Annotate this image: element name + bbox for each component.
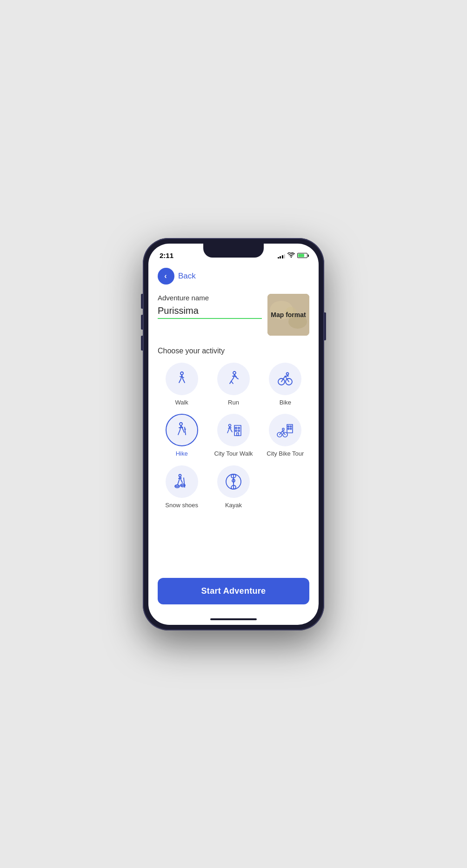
home-indicator (148, 614, 319, 625)
svg-point-0 (291, 256, 292, 257)
main-content: ‹ Back Adventure name Purissima (148, 264, 319, 614)
volume-down-button[interactable] (141, 336, 143, 351)
volume-up-button[interactable] (141, 315, 143, 330)
activity-circle-run (217, 363, 250, 395)
svg-rect-20 (290, 426, 292, 427)
back-label[interactable]: Back (178, 272, 196, 281)
activity-item-walk[interactable]: Walk (158, 363, 206, 407)
activity-circle-hike (166, 414, 198, 446)
volume-mute-button[interactable] (141, 294, 143, 309)
svg-rect-16 (237, 433, 239, 436)
activity-circle-city-bike-tour (269, 414, 301, 446)
svg-point-10 (180, 423, 182, 425)
activity-circle-city-tour-walk (217, 414, 250, 446)
svg-rect-15 (238, 430, 240, 431)
svg-rect-22 (290, 428, 292, 430)
activity-grid: Walk Run (158, 363, 309, 510)
back-row: ‹ Back (158, 268, 309, 285)
activity-circle-snow-shoes (166, 465, 198, 498)
phone-frame: 2:11 (143, 238, 324, 630)
home-bar (210, 618, 257, 620)
svg-rect-21 (288, 428, 289, 430)
svg-line-31 (184, 478, 185, 487)
form-row: Adventure name Purissima Map format (158, 294, 309, 336)
map-format-label[interactable]: Map format (271, 311, 306, 318)
name-input-wrapper: Purissima (158, 305, 262, 319)
chevron-left-icon: ‹ (164, 272, 167, 280)
activity-label-run: Run (228, 399, 239, 407)
activity-item-kayak[interactable]: Kayak (209, 465, 257, 510)
status-time: 2:11 (160, 252, 173, 259)
activity-circle-bike (269, 363, 301, 395)
wifi-icon (287, 252, 295, 259)
activity-item-run[interactable]: Run (209, 363, 257, 407)
adventure-name-label: Adventure name (158, 294, 262, 302)
svg-point-5 (180, 372, 183, 375)
activity-label-snow-shoes: Snow shoes (165, 502, 198, 510)
activity-item-city-tour-walk[interactable]: City Tour Walk (209, 414, 257, 458)
name-section: Adventure name Purissima (158, 294, 262, 319)
adventure-name-input[interactable]: Purissima (158, 305, 262, 316)
activity-item-hike[interactable]: Hike (158, 414, 206, 458)
power-button[interactable] (324, 312, 326, 340)
activity-label-walk: Walk (175, 399, 188, 407)
activity-label-hike: Hike (176, 450, 188, 458)
activity-item-city-bike-tour[interactable]: City Bike Tour (261, 414, 309, 458)
start-btn-wrapper: Start Adventure (158, 569, 309, 604)
activity-circle-kayak (217, 465, 250, 498)
map-format-thumbnail[interactable]: Map format (267, 294, 309, 336)
svg-point-25 (282, 428, 284, 430)
svg-rect-12 (235, 427, 237, 429)
signal-icon (278, 253, 286, 258)
phone-screen: 2:11 (148, 244, 319, 625)
battery-fill (298, 254, 304, 257)
back-button[interactable]: ‹ (158, 268, 174, 285)
activity-label-city-tour-walk: City Tour Walk (214, 450, 253, 458)
notch (203, 244, 264, 258)
battery-icon (297, 253, 307, 258)
status-icons (278, 252, 308, 259)
activity-circle-walk (166, 363, 198, 395)
svg-rect-13 (238, 427, 240, 429)
svg-rect-19 (288, 426, 289, 427)
activity-item-bike[interactable]: Bike (261, 363, 309, 407)
start-adventure-button[interactable]: Start Adventure (158, 578, 309, 604)
activity-label-bike: Bike (280, 399, 291, 407)
activity-section-title: Choose your activity (158, 347, 309, 355)
svg-rect-14 (235, 430, 237, 431)
activity-label-city-bike-tour: City Bike Tour (267, 450, 304, 458)
svg-point-6 (233, 371, 236, 374)
activity-item-snow-shoes[interactable]: Snow shoes (158, 465, 206, 510)
activity-label-kayak: Kayak (225, 502, 242, 510)
